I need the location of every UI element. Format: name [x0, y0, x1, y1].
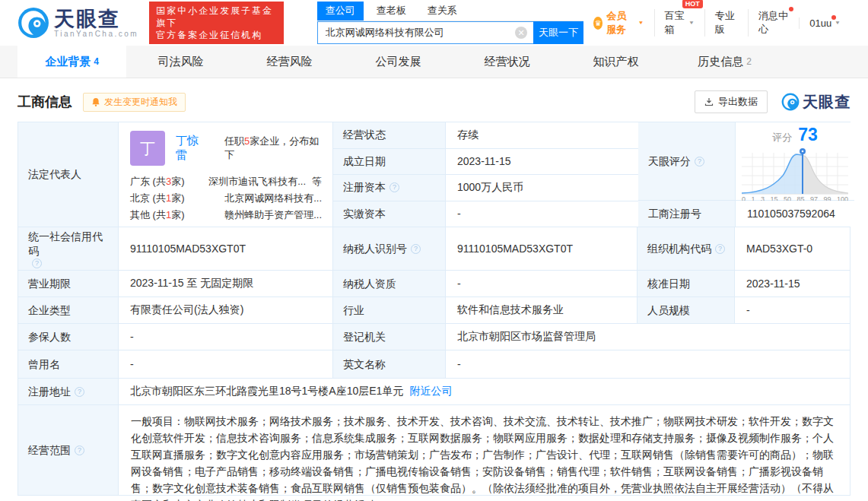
chevron-down-icon: ▼	[688, 20, 695, 25]
legal-rep-name-link[interactable]: 丁惊雷	[176, 134, 208, 163]
field-value-former-name: -	[119, 350, 333, 378]
help-icon[interactable]: ?	[411, 244, 421, 254]
nav-vip-services[interactable]: ♛ 会员服务 ▼	[583, 9, 653, 36]
tab-label: 经营状况	[485, 55, 530, 69]
search-row: ✕ 天眼一下	[317, 21, 583, 44]
field-label-company-type: 企业类型	[18, 297, 119, 323]
tab-history-info[interactable]: 历史信息 2	[670, 46, 779, 78]
dist-region: 北京 (共1家)	[130, 190, 206, 207]
field-value-text: 1000万人民币	[457, 181, 523, 195]
help-icon[interactable]: ?	[715, 244, 725, 254]
field-value-text: 110105037592064	[747, 208, 835, 220]
logo-swirl-icon	[17, 7, 49, 39]
tab-label: 企业背景	[45, 55, 91, 69]
field-label-status: 经营状态	[333, 122, 446, 148]
hot-badge: HOT	[682, 0, 703, 8]
field-label-reg-authority: 登记机关	[333, 324, 446, 350]
nav-toolbox-label: 百宝箱	[665, 9, 685, 36]
business-info-table: 法定代表人 丁 丁惊雷 任职5家企业，分布如下 广东 (共3家) 深圳市迪讯飞科…	[17, 122, 851, 496]
tab-operating-risk[interactable]: 经营风险	[235, 46, 344, 78]
field-label-text: 行业	[343, 303, 364, 318]
field-value-text: 91110105MAD53XGT0T	[130, 243, 246, 255]
dist-company-link[interactable]: 深圳市迪讯飞科技有...	[208, 176, 306, 187]
dist-company-link[interactable]: 赣州蜂助手资产管理...	[224, 209, 322, 220]
field-value-text: -	[457, 208, 461, 220]
tab-company-development[interactable]: 公司发展	[344, 46, 453, 78]
export-data-button[interactable]: 导出数据	[695, 90, 768, 113]
nav-user-menu[interactable]: 01uu ▼	[799, 17, 851, 29]
region-name: 广东	[130, 176, 150, 187]
field-value-text: 2023-11-15	[746, 277, 800, 290]
legal-rep-avatar[interactable]: 丁	[130, 131, 165, 166]
field-label-org-code: 组织机构代码?	[637, 227, 735, 270]
tianyancha-logo[interactable]: 天眼查 TianYanCha.com	[17, 7, 138, 39]
field-label-insured-count: 参保人数	[18, 324, 119, 350]
nav-toolbox[interactable]: HOT 百宝箱 ▼	[654, 9, 704, 36]
nearby-companies-link[interactable]: 附近公司	[409, 385, 452, 398]
search-input[interactable]	[317, 21, 533, 44]
field-value-text: 91110105MAD53XGT0T	[457, 243, 573, 255]
table-subrow: 注册资本? 1000万人民币	[333, 175, 638, 201]
nav-user-label: 01uu	[809, 17, 831, 29]
clear-icon[interactable]: ✕	[515, 27, 527, 39]
help-icon[interactable]: ?	[695, 157, 704, 166]
field-value-staff-size: -	[735, 297, 850, 323]
table-row: 营业期限 2023-11-15 至 无固定期限 纳税人资质 - 核准日期 202…	[18, 271, 850, 297]
field-label-former-name: 曾用名	[18, 350, 119, 378]
help-icon[interactable]: ?	[75, 387, 84, 397]
search-tab-company[interactable]: 查公司	[317, 2, 364, 21]
notify-change-badge[interactable]: 发生变更时通知我	[83, 93, 186, 112]
field-label-text: 经营状态	[343, 128, 386, 142]
logo-cn: 天眼查	[54, 8, 138, 30]
search-tabs: 查公司 查老板 查关系	[317, 2, 583, 21]
nav-user-wrap: 01uu	[809, 17, 831, 29]
help-icon[interactable]: ?	[389, 182, 399, 192]
tab-label: 经营风险	[267, 55, 313, 69]
count-pre: (共	[150, 176, 166, 187]
field-value-business-term: 2023-11-15 至 无固定期限	[119, 271, 333, 296]
field-label-text: 注册资本	[343, 180, 386, 195]
help-icon[interactable]: ?	[75, 446, 84, 455]
top-nav: ♛ 会员服务 ▼ HOT 百宝箱 ▼ 专业版 消息中心 01uu ▼	[583, 9, 851, 36]
section-head-right: 导出数据 天眼查	[695, 90, 851, 113]
field-label-text: 纳税人识别号	[343, 242, 407, 256]
table-row: 经营范围? 一般项目：物联网技术服务；网络技术服务；技术服务、技术开发、技术咨询…	[18, 405, 850, 495]
address-text: 北京市朝阳区东三环北路霞光里18号1号楼A座10层E1单元	[130, 385, 403, 398]
nav-pro-version[interactable]: 专业版	[704, 9, 748, 36]
search-tab-boss[interactable]: 查老板	[368, 2, 415, 21]
field-value-english-name: -	[446, 350, 850, 378]
field-value-insured-count: -	[119, 324, 333, 350]
nav-message-center[interactable]: 消息中心	[748, 9, 799, 36]
tab-count: 4	[94, 56, 99, 67]
field-label-reg-capital: 注册资本?	[333, 175, 446, 201]
tab-enterprise-background[interactable]: 企业背景 4	[17, 46, 126, 78]
tab-intellectual-property[interactable]: 知识产权	[561, 46, 670, 78]
certification-badge-line2: 官方备案企业征信机构	[156, 29, 277, 41]
notify-change-label: 发生变更时通知我	[104, 96, 177, 109]
tab-operating-status[interactable]: 经营状况	[453, 46, 561, 78]
field-label-text: 经营范围	[28, 443, 71, 458]
field-label-text: 登记机关	[343, 330, 386, 344]
field-label-text: 曾用名	[28, 357, 60, 372]
dist-suffix: 等	[312, 176, 322, 187]
list-item: 广东 (共3家) 深圳市迪讯飞科技有...等	[130, 173, 322, 190]
region-name: 其他	[130, 209, 150, 220]
search-tab-relation[interactable]: 查关系	[419, 2, 466, 21]
table-row: 企业类型 有限责任公司(法人独资) 行业 软件和信息技术服务业 人员规模 -	[18, 297, 850, 324]
field-label-taxpayer-quality: 纳税人资质	[333, 271, 446, 296]
certification-badge: 国家中小企业发展子基金旗下 官方备案企业征信机构	[149, 2, 284, 44]
field-label-industry: 行业	[333, 297, 446, 323]
logo-swirl-icon	[781, 93, 800, 111]
search-button[interactable]: 天眼一下	[533, 21, 583, 44]
table-subrow: 成立日期 2023-11-15	[333, 149, 638, 176]
dist-company-wrap: 深圳市迪讯飞科技有...等	[206, 173, 322, 190]
field-value-text: -	[457, 277, 461, 290]
tab-count: 2	[746, 56, 752, 67]
field-label-text: 核准日期	[647, 277, 690, 291]
logo-text: 天眼查 TianYanCha.com	[54, 8, 138, 38]
certification-badge-line1: 国家中小企业发展子基金旗下	[156, 5, 277, 29]
help-icon[interactable]: ?	[32, 258, 42, 268]
dist-company-link[interactable]: 北京网诚网络科技有...	[224, 192, 322, 204]
tab-judicial-risk[interactable]: 司法风险	[126, 46, 235, 78]
note-pre: 任职	[224, 135, 244, 147]
